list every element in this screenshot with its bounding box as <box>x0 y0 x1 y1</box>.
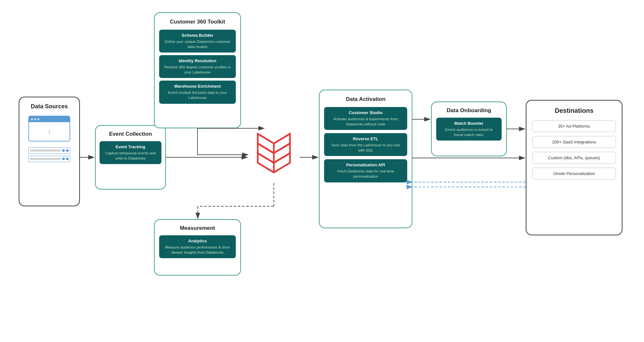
ds-dot-2 <box>34 118 36 120</box>
schema-builder-card: Schema Builder Define your unique Databr… <box>159 30 236 53</box>
dest-item-0: 35+ Ad Platforms <box>532 120 616 132</box>
event-tracking-text: Capture behavioral events and write to D… <box>104 151 157 161</box>
data-activation-box: Data Activation Customer Studio Activate… <box>319 90 412 228</box>
ds-dot-row2 <box>62 158 65 160</box>
dest-item-1: 200+ SaaS Integrations <box>532 136 616 148</box>
schema-builder-text: Define your unique Databricks customer d… <box>164 39 231 49</box>
identity-resolution-text: Resolve 360-degree customer profiles in … <box>164 64 231 75</box>
event-collection-box: Event Collection Event Tracking Capture … <box>95 125 166 190</box>
warehouse-enrichment-text: Enrich trusted 3rd party data to your La… <box>164 90 231 100</box>
data-onboarding-box: Data Onboarding Match Booster Enrich aud… <box>431 102 507 156</box>
personalization-api-title: Personalization API <box>329 162 403 167</box>
match-booster-title: Match Booster <box>441 121 497 126</box>
personalization-api-text: Fetch Databricks data for real-time pers… <box>329 169 403 179</box>
ds-dot-1 <box>31 118 33 120</box>
analytics-card: Analytics Measure audience performance &… <box>159 235 236 258</box>
customer-studio-title: Customer Studio <box>329 110 403 115</box>
ds-line-1 <box>30 150 61 151</box>
measurement-title: Measurement <box>180 225 215 231</box>
ds-line-2 <box>30 158 61 160</box>
customer-studio-card: Customer Studio Activate audiences & exp… <box>324 107 407 130</box>
data-onboarding-title: Data Onboarding <box>447 107 491 114</box>
databricks-logo-svg <box>251 122 296 181</box>
databricks-icon <box>248 119 300 184</box>
destinations-title: Destinations <box>555 107 593 114</box>
warehouse-enrichment-title: Warehouse Enrichment <box>164 84 231 89</box>
reverse-etl-card: Reverse ETL Sync data from the Lakehouse… <box>324 133 407 156</box>
ds-dot-row1 <box>62 149 65 152</box>
schema-builder-title: Schema Builder <box>164 33 231 38</box>
event-tracking-title: Event Tracking <box>104 144 157 149</box>
analytics-text: Measure audience performance & drive dee… <box>164 245 231 255</box>
analytics-title: Analytics <box>164 239 231 243</box>
match-booster-card: Match Booster Enrich audiences in-transi… <box>436 118 502 141</box>
ds-window-graphic: ↕ <box>28 116 70 142</box>
warehouse-enrichment-card: Warehouse Enrichment Enrich trusted 3rd … <box>159 81 236 103</box>
ds-window-body: ↕ <box>29 122 70 141</box>
dest-item-3: Onsite Personalization <box>532 168 616 180</box>
event-tracking-card: Event Tracking Capture behavioral events… <box>100 141 161 164</box>
diagram-container: Data Sources ↕ Event <box>0 0 644 342</box>
identity-resolution-title: Identity Resolution <box>164 58 231 63</box>
customer-studio-text: Activate audiences & experiments from Da… <box>329 116 403 127</box>
ds-table-area <box>28 147 70 162</box>
reverse-etl-title: Reverse ETL <box>329 136 403 141</box>
data-activation-title: Data Activation <box>346 96 385 103</box>
dest-item-2: Custom (dbs, APIs, queues) <box>532 152 616 164</box>
destinations-box: Destinations 35+ Ad Platforms 200+ SaaS … <box>526 100 622 235</box>
data-sources-box: Data Sources ↕ <box>19 97 80 206</box>
customer360-box: Customer 360 Toolkit Schema Builder Defi… <box>154 12 241 128</box>
ds-table-row-1 <box>28 147 70 154</box>
measurement-box: Measurement Analytics Measure audience p… <box>154 219 241 276</box>
ds-arrow-ud: ↕ <box>48 128 51 135</box>
identity-resolution-card: Identity Resolution Resolve 360-degree c… <box>159 55 236 78</box>
ds-dot-row1b <box>66 149 69 152</box>
ds-dot-3 <box>37 118 39 120</box>
ds-table-row-2 <box>28 156 70 162</box>
ds-dot-row2b <box>66 158 69 160</box>
ds-window-titlebar <box>29 116 70 122</box>
personalization-api-card: Personalization API Fetch Databricks dat… <box>324 159 407 182</box>
event-collection-title: Event Collection <box>109 131 152 137</box>
match-booster-text: Enrich audiences in-transit to boost mat… <box>441 127 497 137</box>
customer360-title: Customer 360 Toolkit <box>170 19 225 25</box>
data-sources-title: Data Sources <box>31 103 68 110</box>
reverse-etl-text: Sync data from the Lakehouse to any tool… <box>329 142 403 153</box>
